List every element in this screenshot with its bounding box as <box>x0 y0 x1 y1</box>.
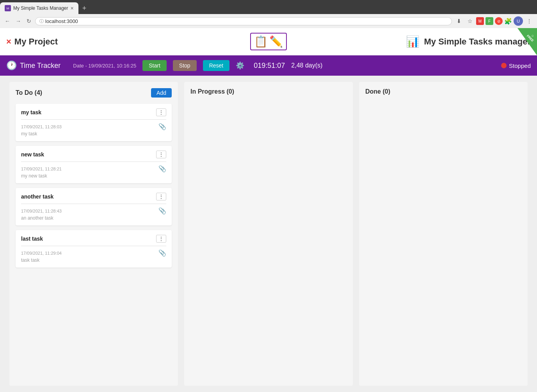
new-tab-button[interactable]: + <box>78 4 91 12</box>
tracker-title-section: 🕐 Time Tracker <box>6 60 60 71</box>
task-menu-button-task4[interactable]: ⋮ <box>156 235 166 243</box>
project-close-icon[interactable]: × <box>6 37 11 47</box>
kanban-column-done: Done (0) <box>359 82 528 386</box>
project-title-section: × My Project <box>6 37 58 47</box>
tab-title: My Simple Tasks Manager <box>13 5 68 11</box>
logo-pencil-icon: ✏️ <box>269 35 283 48</box>
column-title-inprogress: In Progress (0) <box>190 88 234 95</box>
time-tracker-bar: 🕐 Time Tracker Date - 19/09/2021, 10:16:… <box>0 55 537 76</box>
task-description-task3: an another task <box>21 215 166 221</box>
app-logo-box: 📋 ✏️ <box>250 33 287 50</box>
task-menu-button-task3[interactable]: ⋮ <box>156 193 166 200</box>
task-attach-icon-task3[interactable]: 📎 <box>158 207 166 215</box>
task-card-footer-task1: 17/09/2021, 11:28:03📎 <box>21 123 166 130</box>
card-divider-task4 <box>21 246 166 246</box>
task-card-task1: my task⋮17/09/2021, 11:28:03📎my task <box>16 104 172 141</box>
task-card-footer-task4: 17/09/2021, 11:29:04📎 <box>21 249 166 257</box>
app-logo-center: 📋 ✏️ <box>250 33 287 50</box>
tracker-settings-button[interactable]: ⚙️ <box>236 61 244 70</box>
nav-forward-button[interactable]: → <box>14 17 23 25</box>
task-title-task3: another task <box>21 193 53 200</box>
start-button[interactable]: Start <box>142 60 167 71</box>
tab-close-button[interactable]: × <box>71 5 74 11</box>
task-card-header-task1: my task⋮ <box>21 108 166 116</box>
reset-button[interactable]: Reset <box>203 60 230 71</box>
browser-chrome: M My Simple Tasks Manager × + ← → ↻ ⓘ lo… <box>0 0 537 28</box>
ext-icon-2[interactable]: F <box>485 17 493 25</box>
app-header: × My Project 📋 ✏️ 📊 My Simple Tasks mana… <box>0 28 537 55</box>
user-avatar[interactable]: U <box>514 16 523 26</box>
tracker-status-text: Stopped <box>509 62 531 69</box>
task-attach-icon-task2[interactable]: 📎 <box>158 165 166 172</box>
address-bar[interactable]: ⓘ localhost:3000 <box>35 17 452 25</box>
task-menu-button-task2[interactable]: ⋮ <box>156 151 166 158</box>
app-container: × My Project 📋 ✏️ 📊 My Simple Tasks mana… <box>0 28 537 392</box>
task-attach-icon-task4[interactable]: 📎 <box>158 249 166 257</box>
column-title-todo: To Do (4) <box>16 89 42 96</box>
kanban-board: To Do (4)Addmy task⋮17/09/2021, 11:28:03… <box>0 76 537 392</box>
tracker-clock-icon: 🕐 <box>6 60 17 71</box>
ext-icon-4[interactable]: 🧩 <box>504 17 512 25</box>
column-header-todo: To Do (4)Add <box>16 88 172 98</box>
task-menu-button-task1[interactable]: ⋮ <box>156 108 166 116</box>
tracker-title: Time Tracker <box>20 62 60 70</box>
task-description-task2: my new task <box>21 173 166 179</box>
column-header-done: Done (0) <box>365 88 521 95</box>
task-card-footer-task3: 17/09/2021, 11:28:43📎 <box>21 207 166 215</box>
task-card-footer-task2: 17/09/2021, 11:28:21📎 <box>21 165 166 172</box>
task-date-task1: 17/09/2021, 11:28:03 <box>21 124 62 129</box>
logo-clipboard-icon: 📋 <box>254 35 268 48</box>
column-header-inprogress: In Progress (0) <box>190 88 347 95</box>
task-card-task2: new task⋮17/09/2021, 11:28:21📎my new tas… <box>16 146 172 183</box>
task-card-header-task3: another task⋮ <box>21 193 166 200</box>
browser-nav-actions: ⬇ ☆ M F ⊘ 🧩 U ⋮ <box>454 16 534 26</box>
column-title-done: Done (0) <box>365 88 390 95</box>
kanban-column-inprogress: In Progress (0) <box>184 82 353 386</box>
app-main-title: My Simple Tasks manager <box>424 37 531 47</box>
task-title-task2: new task <box>21 151 44 158</box>
task-date-task3: 17/09/2021, 11:28:43 <box>21 209 62 213</box>
add-task-button-todo[interactable]: Add <box>151 88 172 98</box>
task-description-task1: my task <box>21 131 166 137</box>
address-info-icon: ⓘ <box>39 18 44 24</box>
ext-icon-3[interactable]: ⊘ <box>495 17 503 25</box>
card-divider-task1 <box>21 119 166 120</box>
bookmark-icon[interactable]: ☆ <box>465 16 475 26</box>
task-card-task4: last task⋮17/09/2021, 11:29:04📎task task <box>16 230 172 268</box>
browser-tab-bar: M My Simple Tasks Manager × + <box>0 0 537 14</box>
ext-icon-1[interactable]: M <box>476 17 484 25</box>
task-card-header-task4: last task⋮ <box>21 235 166 243</box>
browser-tab-active[interactable]: M My Simple Tasks Manager × <box>0 2 78 14</box>
download-icon[interactable]: ⬇ <box>454 16 464 26</box>
task-card-task3: another task⋮17/09/2021, 11:28:43📎an ano… <box>16 188 172 225</box>
project-title: My Project <box>14 37 58 47</box>
task-title-task1: my task <box>21 109 41 115</box>
status-dot <box>501 63 507 68</box>
task-description-task4: task task <box>21 257 166 263</box>
task-date-task2: 17/09/2021, 11:28:21 <box>21 167 62 171</box>
nav-reload-button[interactable]: ↻ <box>25 17 33 25</box>
tracker-time-display: 019:51:07 <box>254 62 285 70</box>
browser-menu-icon[interactable]: ⋮ <box>525 16 534 26</box>
browser-nav-bar: ← → ↻ ⓘ localhost:3000 ⬇ ☆ M F ⊘ 🧩 U ⋮ <box>0 14 537 28</box>
tracker-date: Date - 19/09/2021, 10:16:25 <box>73 63 136 69</box>
nav-back-button[interactable]: ← <box>3 17 12 25</box>
stop-button[interactable]: Stop <box>173 60 197 71</box>
kanban-column-todo: To Do (4)Addmy task⋮17/09/2021, 11:28:03… <box>9 82 178 386</box>
task-card-header-task2: new task⋮ <box>21 151 166 158</box>
tab-favicon: M <box>5 5 11 11</box>
card-divider-task2 <box>21 161 166 162</box>
task-date-task4: 17/09/2021, 11:29:04 <box>21 251 62 255</box>
card-divider-task3 <box>21 204 166 204</box>
task-title-task4: last task <box>21 236 43 242</box>
task-attach-icon-task1[interactable]: 📎 <box>158 123 166 130</box>
tasks-chart-icon: 📊 <box>406 35 420 48</box>
tracker-status-section: Stopped <box>501 62 531 69</box>
address-text: localhost:3000 <box>45 18 78 24</box>
tracker-days-display: 2,48 day(s) <box>291 62 322 69</box>
app-title-right: 📊 My Simple Tasks manager <box>406 35 531 48</box>
